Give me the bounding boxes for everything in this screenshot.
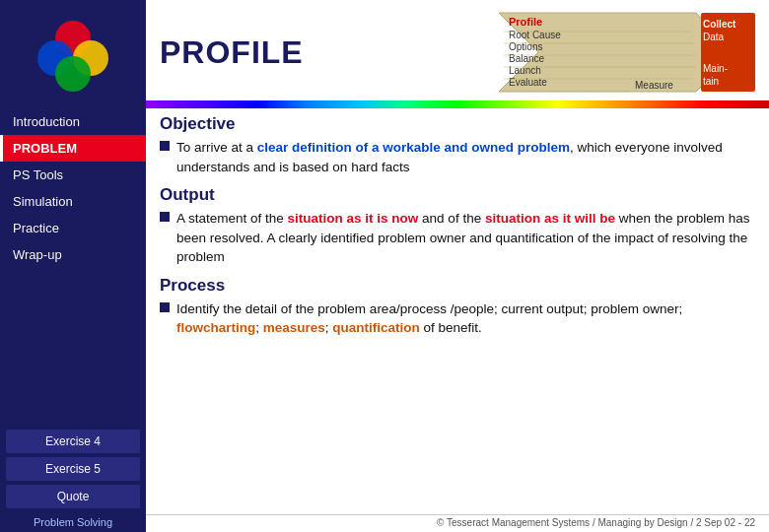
- svg-text:Profile: Profile: [509, 16, 542, 28]
- exercise5-button[interactable]: Exercise 5: [6, 457, 140, 481]
- flowcharting-text: flowcharting: [176, 320, 255, 335]
- objective-bullet: To arrive at a clear definition of a wor…: [160, 138, 751, 182]
- svg-text:Evaluate: Evaluate: [509, 77, 547, 88]
- measures-text: measures: [263, 320, 325, 335]
- svg-text:Collect: Collect: [703, 19, 736, 30]
- svg-text:Launch: Launch: [509, 65, 541, 76]
- sidebar-item-practice[interactable]: Practice: [0, 215, 146, 241]
- situation-now-text: situation as it is now: [288, 211, 419, 226]
- content-area: Objective To arrive at a clear definitio…: [146, 108, 769, 512]
- svg-text:tain: tain: [703, 76, 719, 87]
- svg-text:Root Cause: Root Cause: [509, 30, 561, 40]
- sidebar-item-problem[interactable]: PROBLEM: [0, 135, 146, 162]
- bullet-icon-2: [160, 212, 170, 222]
- circle-green: [55, 56, 91, 92]
- exercise4-button[interactable]: Exercise 4: [6, 430, 140, 453]
- situation-will-be-text: situation as it will be: [485, 211, 615, 226]
- page-title: PROFILE: [160, 34, 304, 71]
- rainbow-bar: [146, 100, 769, 108]
- sidebar-bottom-label: Problem Solving: [0, 510, 146, 532]
- objective-title: Objective: [160, 114, 751, 134]
- header: PROFILE Profile Root Cause Options Balan…: [146, 0, 769, 100]
- quantification-text: quantification: [332, 320, 420, 335]
- svg-text:Data: Data: [703, 32, 725, 42]
- sidebar-item-simulation[interactable]: Simulation: [0, 188, 146, 215]
- clear-definition-text: clear definition of a workable and owned…: [257, 140, 570, 155]
- process-diagram: Profile Root Cause Options Balance Launc…: [499, 8, 755, 97]
- bullet-icon: [160, 141, 170, 151]
- output-title: Output: [160, 185, 751, 205]
- logo-circles: [37, 21, 108, 92]
- footer: © Tesseract Management Systems / Managin…: [146, 514, 769, 532]
- svg-text:Balance: Balance: [509, 53, 545, 64]
- quote-button[interactable]: Quote: [6, 485, 140, 508]
- svg-text:Main-: Main-: [703, 63, 728, 74]
- output-bullet: A statement of the situation as it is no…: [160, 209, 751, 273]
- sidebar-item-ps-tools[interactable]: PS Tools: [0, 162, 146, 188]
- sidebar: Introduction PROBLEM PS Tools Simulation…: [0, 0, 146, 532]
- sidebar-item-wrap-up[interactable]: Wrap-up: [0, 241, 146, 268]
- main-content: PROFILE Profile Root Cause Options Balan…: [146, 0, 769, 532]
- sidebar-item-introduction[interactable]: Introduction: [0, 108, 146, 135]
- svg-text:Options: Options: [509, 41, 542, 52]
- process-title: Process: [160, 276, 751, 296]
- svg-text:Measure: Measure: [635, 80, 673, 91]
- process-bullet: Identify the detail of the problem area/…: [160, 299, 751, 344]
- diagram-svg: Profile Root Cause Options Balance Launc…: [499, 8, 755, 97]
- logo: [0, 0, 146, 108]
- bullet-icon-3: [160, 302, 170, 312]
